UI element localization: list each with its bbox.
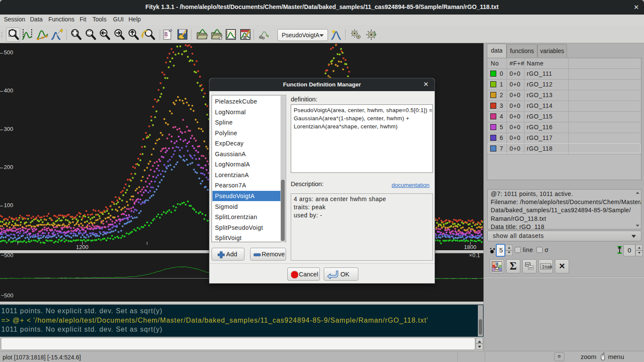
svg-text:Inam: Inam <box>542 265 552 270</box>
